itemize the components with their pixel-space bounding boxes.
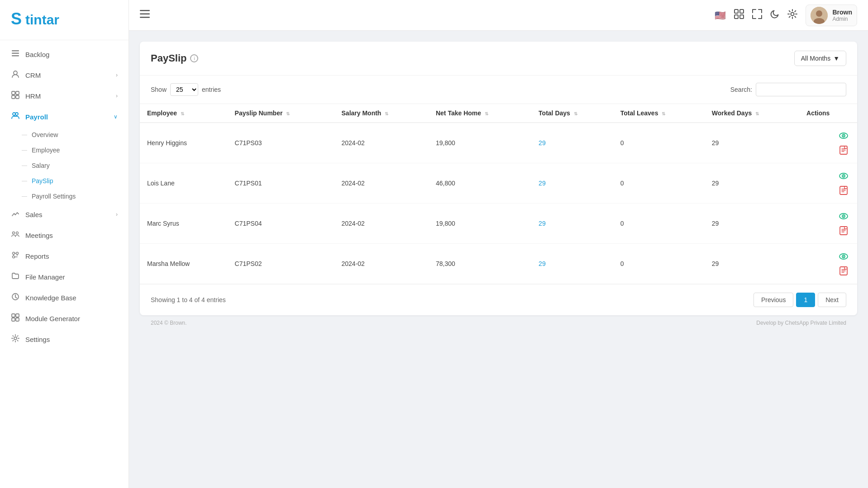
search-input[interactable] [756, 83, 846, 96]
next-button[interactable]: Next [818, 293, 846, 307]
main-wrapper: 🇺🇸 Brown Admin [129, 0, 868, 488]
pdf-button[interactable] [837, 144, 850, 156]
pdf-button[interactable] [837, 265, 850, 277]
cell-total-days: 29 [531, 163, 613, 204]
months-dropdown[interactable]: All Months ▼ [794, 51, 846, 66]
sidebar-item-hrm[interactable]: HRM › [0, 85, 129, 106]
sidebar-item-payslip[interactable]: PaySlip [0, 173, 129, 189]
sidebar-item-payroll[interactable]: Payroll ∨ [0, 106, 129, 127]
cell-total-leaves: 0 [613, 244, 705, 284]
svg-rect-7 [16, 91, 19, 95]
info-icon[interactable]: i [190, 54, 198, 62]
months-label: All Months [801, 55, 830, 62]
settings-icon [11, 334, 20, 344]
col-salary-month[interactable]: Salary Month ⇅ [334, 104, 429, 123]
col-total-days[interactable]: Total Days ⇅ [531, 104, 613, 123]
col-payslip-number[interactable]: Payslip Number ⇅ [228, 104, 334, 123]
svg-point-32 [816, 10, 822, 17]
search-label: Search: [730, 86, 752, 93]
header-right: 🇺🇸 Brown Admin [715, 5, 857, 26]
sub-nav-label: Salary [32, 162, 50, 169]
sidebar-item-label: HRM [25, 92, 41, 100]
cell-total-leaves: 0 [613, 204, 705, 244]
svg-point-5 [14, 71, 17, 75]
col-employee[interactable]: Employee ⇅ [140, 104, 228, 123]
cell-worked-days: 29 [705, 123, 799, 163]
col-actions: Actions [799, 104, 857, 123]
flag-icon[interactable]: 🇺🇸 [715, 10, 726, 21]
svg-point-10 [13, 113, 15, 115]
copyright-text: 2024 © Brown. [151, 320, 187, 326]
sidebar-item-salary[interactable]: Salary [0, 158, 129, 173]
sidebar-item-label: File Manager [25, 273, 65, 281]
sidebar-item-meetings[interactable]: Meetings [0, 225, 129, 246]
sidebar-item-reports[interactable]: Reports [0, 246, 129, 266]
page-1-button[interactable]: 1 [796, 293, 815, 307]
sales-icon [11, 209, 20, 219]
previous-button[interactable]: Previous [754, 293, 793, 307]
cell-total-leaves: 0 [613, 163, 705, 204]
cell-actions [799, 123, 857, 163]
page-title-wrap: PaySlip i [151, 52, 198, 64]
cell-employee: Marc Syrus [140, 204, 228, 244]
view-button[interactable] [837, 129, 850, 142]
svg-rect-8 [12, 95, 15, 99]
settings-gear-icon[interactable] [787, 9, 797, 21]
fullscreen-icon[interactable] [752, 9, 762, 21]
pdf-button[interactable] [837, 224, 850, 237]
sidebar-item-file-manager[interactable]: File Manager [0, 266, 129, 287]
pagination-buttons: Previous 1 Next [754, 293, 846, 307]
sort-icon: ⇅ [662, 111, 665, 116]
svg-point-40 [843, 175, 844, 176]
module-icon [11, 313, 20, 323]
col-total-leaves[interactable]: Total Leaves ⇅ [613, 104, 705, 123]
dark-mode-icon[interactable] [770, 9, 779, 21]
svg-rect-6 [12, 91, 15, 95]
pdf-button[interactable] [837, 184, 850, 197]
svg-rect-29 [740, 15, 744, 19]
svg-rect-24 [140, 14, 150, 15]
col-worked-days[interactable]: Worked Days ⇅ [705, 104, 799, 123]
view-button[interactable] [837, 210, 850, 223]
sidebar-item-backlog[interactable]: Backlog [0, 44, 129, 65]
svg-text:S: S [11, 9, 22, 28]
sidebar-item-label: Settings [25, 336, 50, 343]
sidebar: S tintar Backlog CRM › HRM › [0, 0, 129, 488]
svg-point-44 [843, 216, 844, 217]
sub-nav-label: Employee [32, 147, 60, 154]
svg-rect-19 [16, 314, 19, 317]
reports-icon [11, 251, 20, 261]
cell-employee: Marsha Mellow [140, 244, 228, 284]
chevron-down-icon: ∨ [114, 114, 118, 120]
svg-rect-27 [740, 9, 744, 13]
cell-worked-days: 29 [705, 244, 799, 284]
view-button[interactable] [837, 250, 850, 263]
sidebar-item-module-generator[interactable]: Module Generator [0, 308, 129, 329]
cell-employee: Lois Lane [140, 163, 228, 204]
view-button[interactable] [837, 170, 850, 182]
header-left [140, 10, 150, 20]
sidebar-item-employee[interactable]: Employee [0, 142, 129, 158]
sidebar-item-overview[interactable]: Overview [0, 127, 129, 142]
cell-actions [799, 204, 857, 244]
cell-total-days: 29 [531, 204, 613, 244]
page-card: PaySlip i All Months ▼ Show 25 10 50 100 [140, 42, 857, 315]
cell-salary-month: 2024-02 [334, 123, 429, 163]
pagination-wrap: Showing 1 to 4 of 4 entries Previous 1 N… [140, 284, 857, 315]
search-wrap: Search: [730, 83, 846, 96]
sidebar-item-payroll-settings[interactable]: Payroll Settings [0, 189, 129, 204]
col-net-take-home[interactable]: Net Take Home ⇅ [429, 104, 531, 123]
entries-select[interactable]: 25 10 50 100 [170, 83, 198, 96]
sidebar-item-label: Sales [25, 211, 43, 218]
hamburger-icon[interactable] [140, 10, 150, 20]
sidebar-item-settings[interactable]: Settings [0, 329, 129, 350]
sidebar-item-sales[interactable]: Sales › [0, 204, 129, 225]
cell-actions [799, 163, 857, 204]
grid-icon[interactable] [734, 9, 744, 21]
sidebar-item-crm[interactable]: CRM › [0, 65, 129, 85]
sidebar-item-knowledge-base[interactable]: Knowledge Base [0, 287, 129, 308]
sidebar-item-label: Reports [25, 252, 49, 260]
svg-rect-2 [12, 50, 19, 52]
user-profile[interactable]: Brown Admin [806, 5, 857, 26]
crm-icon [11, 70, 20, 80]
